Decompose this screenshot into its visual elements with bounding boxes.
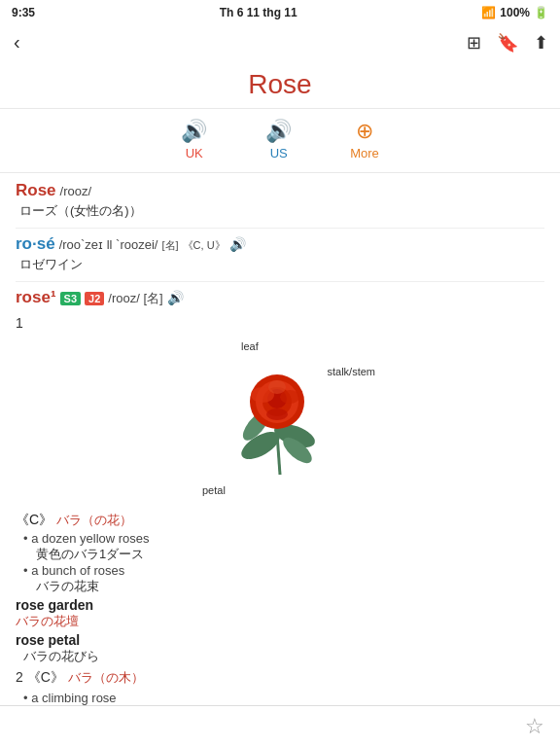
compound-rose-petal: rose petal バラの花びら (16, 632, 544, 665)
entry-rose-header: Rose /rooz/ (16, 181, 544, 200)
entry-rose2-word: ro·sé (16, 234, 55, 254)
sense-2-word: バラ（の木） (68, 670, 144, 685)
us-pronunciation[interactable]: 🔊 US (265, 119, 292, 160)
entry-rose-word: Rose (16, 181, 56, 200)
back-button[interactable]: ‹ (8, 29, 26, 55)
example-1a-ja: 黄色のバラ1ダース (23, 546, 544, 563)
sense-1-tag: 《C》 (16, 512, 56, 527)
entry-rose2-translation: ロゼワイン (19, 256, 544, 273)
more-icon[interactable]: ⊕ (356, 119, 373, 144)
entry-rose-translation: ローズ（(女性の名)） (19, 202, 544, 220)
diagram-label-stalk: stalk/stem (327, 366, 375, 377)
rose-diagram: leaf stalk/stem petal (183, 338, 377, 504)
battery-label: 100% (500, 6, 530, 19)
uk-audio-icon[interactable]: 🔊 (181, 119, 207, 144)
battery-icon: 🔋 (534, 6, 548, 19)
sense-1-subsense: 《C》 バラ（の花） (16, 512, 544, 529)
entry-rose2-header: ro·sé /roo`zeɪ ll `roozei/ [名] 《C, U》 🔊 (16, 234, 544, 254)
us-label: US (270, 146, 288, 160)
entry-rose-phonetic: /rooz/ (60, 184, 92, 198)
divider-1 (16, 228, 544, 229)
uk-pronunciation[interactable]: 🔊 UK (181, 119, 207, 160)
sense-1-number: 1 (16, 315, 544, 331)
status-right: 📶 100% 🔋 (481, 6, 548, 19)
entry-rose: Rose /rooz/ ローズ（(女性の名)） (16, 181, 544, 220)
wifi-icon: 📶 (481, 6, 496, 19)
title-section: Rose (0, 59, 560, 109)
entry-rose3: rose¹ S3 J2 /rooz/ [名] 🔊 (16, 288, 544, 307)
svg-point-12 (266, 409, 288, 420)
sense-2-tag: 《C》 (27, 669, 68, 685)
entry-rose3-word: rose¹ (16, 288, 56, 307)
entry-rose3-audio[interactable]: 🔊 (167, 290, 184, 305)
compound-rose-petal-en: rose petal (16, 632, 544, 648)
sense-2-number: 2 《C》 バラ（の木） (16, 669, 544, 687)
entry-rose2-audio[interactable]: 🔊 (229, 236, 246, 252)
status-bar: 9:35 Th 6 11 thg 11 📶 100% 🔋 (0, 0, 560, 25)
status-time: 9:35 (12, 6, 35, 19)
badge-s3: S3 (60, 292, 81, 305)
example-2a: • a climbing rose (23, 691, 544, 705)
sense-1: 1 (16, 315, 544, 665)
compound-rose-garden-ja: バラの花壇 (16, 613, 544, 630)
divider-2 (16, 281, 544, 282)
diagram-label-petal: petal (202, 484, 226, 496)
entry-rose3-header: rose¹ S3 J2 /rooz/ [名] 🔊 (16, 288, 544, 307)
nav-icons: ⊞ 🔖 ⬆ (467, 32, 548, 53)
example-1b: • a bunch of roses (23, 563, 544, 578)
pronunciation-row: 🔊 UK 🔊 US ⊕ More (0, 109, 560, 173)
entry-rose2: ro·sé /roo`zeɪ ll `roozei/ [名] 《C, U》 🔊 … (16, 234, 544, 273)
grid-icon[interactable]: ⊞ (467, 32, 481, 53)
entry-rose2-tag2: 《C, U》 (183, 238, 226, 253)
badge-j2: J2 (85, 292, 104, 305)
bottom-nav: ☆ (0, 705, 560, 747)
share-icon[interactable]: ⬆ (534, 32, 548, 53)
page-title: Rose (0, 69, 560, 100)
svg-point-11 (268, 380, 286, 394)
rose-svg (183, 338, 377, 504)
nav-bar: ‹ ⊞ 🔖 ⬆ (0, 25, 560, 59)
sense-1-word: バラ（の花） (56, 513, 132, 527)
more-pronunciation[interactable]: ⊕ More (350, 119, 379, 160)
example-1b-ja: バラの花束 (23, 578, 544, 595)
entry-rose3-phonetic: /rooz/ [名] (108, 290, 162, 307)
more-label: More (350, 146, 379, 160)
compound-rose-garden: rose garden バラの花壇 (16, 597, 544, 630)
entry-rose2-tag: [名] (161, 238, 178, 253)
diagram-label-leaf: leaf (241, 340, 259, 352)
star-button[interactable]: ☆ (525, 714, 544, 739)
example-1a: • a dozen yellow roses (23, 531, 544, 546)
compound-rose-garden-en: rose garden (16, 597, 544, 613)
uk-label: UK (186, 146, 203, 160)
status-date: Th 6 11 thg 11 (220, 6, 298, 19)
main-content: Rose /rooz/ ローズ（(女性の名)） ro·sé /roo`zeɪ l… (0, 173, 560, 747)
entry-rose2-phonetic: /roo`zeɪ ll `roozei/ (59, 237, 158, 252)
compound-rose-petal-ja: バラの花びら (23, 648, 544, 665)
bookmark-icon[interactable]: 🔖 (497, 32, 518, 53)
us-audio-icon[interactable]: 🔊 (265, 119, 292, 144)
